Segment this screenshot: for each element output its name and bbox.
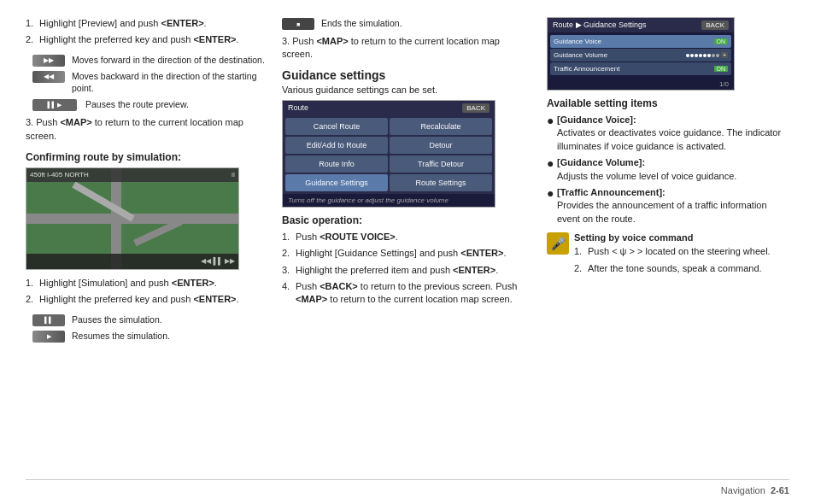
route-btn-cancel: Cancel Route	[285, 118, 388, 135]
guidance-bar: Route ▶ Guidance Settings BACK	[548, 18, 734, 32]
page: 1. Highlight [Preview] and push <ENTER>.…	[0, 0, 815, 504]
footer-bar: Navigation 2-61	[26, 479, 789, 495]
sim-icon-pause-row: ▌▌ Pauses the simulation.	[26, 314, 265, 326]
sim-icon-resume-row: ▶ Resumes the simulation.	[26, 330, 265, 343]
basic-step-2: 2. Highlight [Guidance Settings] and pus…	[282, 247, 530, 260]
route-btn-edit: Edit/Add to Route	[285, 137, 388, 154]
route-back-button: BACK	[462, 103, 490, 113]
route-btn-info: Route Info	[285, 155, 388, 173]
guidance-section-desc: Various guidance settings can be set.	[282, 85, 530, 95]
step-1: 1. Highlight [Preview] and push <ENTER>.	[26, 17, 265, 30]
guidance-item-volume: Guidance Volume	[550, 49, 731, 62]
route-btn-traffic: Traffic Detour	[390, 155, 492, 173]
sim-resume-icon: ▶	[32, 331, 65, 343]
voice-cmd-icon: 🎤	[547, 232, 569, 255]
mid-step3: 3. Push <MAP> to return to the current l…	[282, 35, 530, 62]
voice-steps: 1. Push < ψ > > located on the steering …	[574, 245, 789, 275]
sim-map-image: 450ft I-405 NORTH II ◀◀ ▌▌ ▶▶	[26, 167, 239, 270]
sim-bar: 450ft I-405 NORTH II	[26, 168, 238, 182]
available-items-title: Available setting items	[547, 97, 789, 109]
backward-icon: ◀◀	[32, 71, 65, 83]
icon-forward-row: ▶▶ Moves forward in the direction of the…	[26, 54, 265, 67]
vol-bar	[686, 54, 719, 57]
basic-step-3: 3. Highlight the preferred item and push…	[282, 264, 530, 277]
route-footer: Turns off the guidance or adjust the gui…	[283, 194, 495, 207]
sim-step-2: 2. Highlight the preferred key and push …	[26, 293, 265, 306]
route-menu-bar: Route BACK	[283, 101, 495, 115]
step-list-top: 1. Highlight [Preview] and push <ENTER>.…	[26, 17, 265, 47]
bullet-item-voice: ● [Guidance Voice]: Activates or deactiv…	[547, 114, 789, 153]
pause-icon: ▌▌ ▶	[32, 99, 77, 111]
right-column: Route ▶ Guidance Settings BACK Guidance …	[547, 17, 789, 476]
guidance-footer: 1/0	[548, 79, 734, 90]
ends-sim-row: ■ Ends the simulation.	[282, 17, 530, 30]
voice-cmd-content: Setting by voice command 1. Push < ψ > >…	[574, 232, 789, 282]
basic-step-4: 4. Push <BACK> to return to the previous…	[282, 280, 530, 307]
guidance-items-list: Guidance Voice ON Guidance Volume	[548, 32, 734, 79]
guidance-section-title: Guidance settings	[282, 68, 530, 82]
route-btn-recalc: Recalculate	[390, 118, 492, 135]
voice-step-1: 1. Push < ψ > > located on the steering …	[574, 245, 789, 258]
voice-cmd-section: 🎤 Setting by voice command 1. Push < ψ >…	[547, 232, 789, 282]
bullet-item-volume: ● [Guidance Volume]: Adjusts the volume …	[547, 156, 789, 183]
step-3-row: 3. Push <MAP> to return to the current l…	[26, 116, 265, 143]
voice-cmd-title: Setting by voice command	[574, 232, 789, 243]
basic-op-title: Basic operation:	[282, 214, 530, 226]
sim-section-title: Confirming route by simulation:	[26, 151, 265, 163]
sim-step-1: 1. Highlight [Simulation] and push <ENTE…	[26, 277, 265, 290]
available-items-list: ● [Guidance Voice]: Activates or deactiv…	[547, 114, 789, 226]
forward-icon: ▶▶	[32, 55, 65, 67]
icon-backward-row: ◀◀ Moves backward in the direction of th…	[26, 70, 265, 95]
route-btn-detour: Detour	[390, 137, 492, 154]
mid-column: ■ Ends the simulation. 3. Push <MAP> to …	[282, 17, 530, 476]
sim-pause-icon: ▌▌	[32, 314, 65, 326]
guidance-item-traffic: Traffic Announcement ON	[550, 62, 731, 75]
basic-op-steps: 1. Push <ROUTE VOICE>. 2. Highlight [Gui…	[282, 231, 530, 307]
route-btn-guidance: Guidance Settings	[285, 174, 388, 191]
route-menu-image: Route BACK Cancel Route Recalculate Edit…	[282, 100, 495, 208]
sim-step-list: 1. Highlight [Simulation] and push <ENTE…	[26, 277, 265, 307]
guidance-back-btn: BACK	[701, 21, 729, 30]
route-btn-settings: Route Settings	[390, 174, 492, 191]
content-columns: 1. Highlight [Preview] and push <ENTER>.…	[26, 17, 789, 476]
guidance-item-voice: Guidance Voice ON	[550, 35, 731, 48]
voice-step-2: 2. After the tone sounds, speak a comman…	[574, 262, 789, 275]
ends-sim-icon: ■	[282, 18, 314, 30]
guidance-settings-image: Route ▶ Guidance Settings BACK Guidance …	[547, 17, 735, 91]
step-2: 2. Highlight the preferred key and push …	[26, 33, 265, 46]
left-column: 1. Highlight [Preview] and push <ENTER>.…	[26, 17, 265, 476]
basic-step-1: 1. Push <ROUTE VOICE>.	[282, 231, 530, 243]
sim-controls: ◀◀ ▌▌ ▶▶	[26, 254, 238, 269]
route-grid: Cancel Route Recalculate Edit/Add to Rou…	[283, 115, 495, 194]
bullet-item-traffic: ● [Traffic Announcement]: Provides the a…	[547, 186, 789, 226]
footer-section: Navigation 2-61	[721, 485, 789, 495]
icon-pause-row: ▌▌ ▶ Pauses the route preview.	[26, 98, 265, 111]
